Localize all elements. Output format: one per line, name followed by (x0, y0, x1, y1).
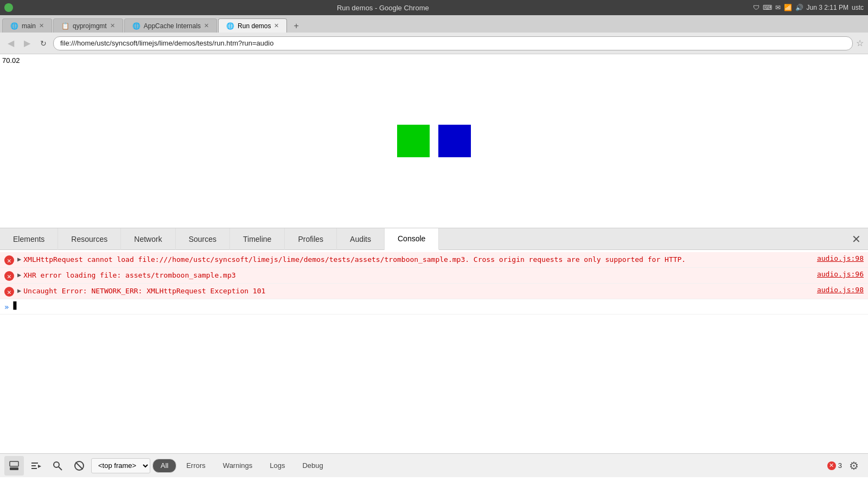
back-button[interactable]: ◀ (4, 37, 17, 50)
tab-bar: 🌐 main ✕ 📋 qyprojmgmt ✕ 🌐 AppCache Inter… (0, 15, 868, 33)
error-badge-icon: ✕ (827, 461, 836, 470)
tab-label-appcache: AppCache Internals (144, 22, 201, 30)
tray-keyboard-icon: ⌨ (763, 4, 772, 11)
search-button[interactable] (48, 456, 67, 476)
system-tray: 🛡 ⌨ ✉ 📶 🔊 Jun 3 2:11 PM ustc (753, 4, 864, 11)
forward-button[interactable]: ▶ (21, 37, 34, 50)
filter-warnings-button[interactable]: Warnings (215, 459, 260, 473)
tab-favicon-appcache: 🌐 (132, 22, 141, 30)
console-entry-3: ✕ ▶ Uncaught Error: NETWORK_ERR: XMLHttp… (0, 284, 868, 299)
console-entry-2: ✕ ▶ XHR error loading file: assets/tromb… (0, 268, 868, 284)
tab-close-appcache[interactable]: ✕ (204, 22, 209, 29)
dock-button[interactable] (4, 456, 24, 476)
svg-rect-4 (31, 468, 37, 469)
tab-favicon-qy: 📋 (61, 22, 69, 30)
svg-line-9 (76, 462, 83, 469)
svg-rect-1 (10, 461, 18, 466)
execute-icon (30, 460, 41, 471)
error-count: 3 (838, 461, 842, 470)
expand-triangle-3[interactable]: ▶ (17, 287, 21, 294)
tray-network-icon: 🛡 (753, 4, 760, 11)
console-text-1: XMLHttpRequest cannot load file:///home/… (23, 254, 806, 265)
file-ref-2[interactable]: audio.js:96 (806, 270, 864, 278)
devtools-panel: Elements Resources Network Sources Timel… (0, 228, 868, 477)
tab-rundemos[interactable]: 🌐 Run demos ✕ (218, 18, 287, 33)
tab-close-qy[interactable]: ✕ (110, 22, 115, 29)
devtools-tab-console[interactable]: Console (385, 228, 439, 250)
page-content: 70.02 (0, 54, 868, 228)
bookmark-star-icon[interactable]: ☆ (856, 38, 864, 48)
block-icon (74, 460, 85, 471)
blue-rectangle (438, 125, 471, 157)
console-text-2: XHR error loading file: assets/tromboon_… (23, 270, 806, 281)
devtools-close-button[interactable]: ✕ (848, 232, 864, 247)
tray-user: ustc (852, 4, 864, 11)
settings-button[interactable]: ⚙ (844, 456, 864, 476)
svg-rect-2 (31, 463, 38, 464)
tab-label-rundemos: Run demos (238, 22, 271, 30)
svg-rect-3 (31, 465, 36, 466)
error-count-badge: ✕ 3 (827, 461, 842, 470)
title-bar: Run demos - Google Chrome 🛡 ⌨ ✉ 📶 🔊 Jun … (0, 0, 868, 15)
expand-triangle-2[interactable]: ▶ (17, 271, 21, 279)
devtools-tab-resources[interactable]: Resources (58, 228, 121, 250)
green-rectangle (397, 125, 430, 157)
devtools-tab-audits[interactable]: Audits (337, 228, 385, 250)
devtools-tab-sources[interactable]: Sources (176, 228, 230, 250)
block-button[interactable] (69, 456, 89, 476)
dock-icon (9, 460, 20, 471)
error-icon-3: ✕ (4, 287, 14, 297)
tab-appcache[interactable]: 🌐 AppCache Internals ✕ (124, 18, 217, 33)
console-prompt-icon: » (4, 303, 9, 311)
tab-qyprojmgmt[interactable]: 📋 qyprojmgmt ✕ (53, 18, 123, 33)
console-content: ✕ ▶ XMLHttpRequest cannot load file:///h… (0, 250, 868, 453)
filter-debug-button[interactable]: Debug (295, 459, 330, 473)
frame-selector[interactable]: <top frame> (91, 458, 150, 473)
tab-favicon-main: 🌐 (10, 22, 18, 30)
console-entry-1: ✕ ▶ XMLHttpRequest cannot load file:///h… (0, 252, 868, 268)
tray-volume-icon: 🔊 (795, 4, 803, 11)
console-input-line[interactable]: » ▊ (0, 299, 868, 314)
devtools-tab-bar: Elements Resources Network Sources Timel… (0, 228, 868, 250)
devtools-tab-network[interactable]: Network (121, 228, 175, 250)
filter-all-button[interactable]: All (152, 459, 176, 473)
file-ref-1[interactable]: audio.js:98 (806, 254, 864, 262)
canvas-area (397, 125, 471, 157)
execute-button[interactable] (26, 456, 46, 476)
tab-close-rundemos[interactable]: ✕ (274, 22, 279, 29)
expand-triangle-1[interactable]: ▶ (17, 255, 21, 263)
devtools-tab-timeline[interactable]: Timeline (230, 228, 285, 250)
devtools-tab-elements[interactable]: Elements (0, 228, 58, 250)
svg-line-7 (59, 467, 62, 470)
devtools-bottom-bar: <top frame> All Errors Warnings Logs Deb… (0, 453, 868, 477)
chrome-icon (4, 3, 13, 12)
tray-wifi-icon: 📶 (784, 4, 792, 11)
error-icon-1: ✕ (4, 255, 14, 265)
file-ref-3[interactable]: audio.js:98 (806, 286, 864, 294)
new-tab-button[interactable]: + (288, 20, 304, 33)
svg-rect-0 (10, 467, 18, 470)
filter-errors-button[interactable]: Errors (178, 459, 213, 473)
devtools-tab-profiles[interactable]: Profiles (285, 228, 337, 250)
tab-main[interactable]: 🌐 main ✕ (2, 18, 52, 33)
svg-point-6 (54, 462, 59, 467)
address-bar: ◀ ▶ ↻ ☆ (0, 33, 868, 54)
tab-label-qy: qyprojmgmt (73, 22, 107, 30)
tray-email-icon: ✉ (775, 4, 781, 11)
refresh-button[interactable]: ↻ (37, 37, 50, 50)
window-title: Run demos - Google Chrome (17, 4, 749, 12)
url-input[interactable] (53, 36, 853, 50)
filter-logs-button[interactable]: Logs (262, 459, 292, 473)
tab-label-main: main (22, 22, 36, 30)
search-icon (52, 460, 63, 471)
fps-counter: 70.02 (2, 56, 20, 65)
error-icon-2: ✕ (4, 271, 14, 281)
tab-favicon-rundemos: 🌐 (226, 22, 234, 30)
tab-close-main[interactable]: ✕ (39, 22, 44, 29)
console-input-cursor: ▊ (13, 301, 17, 310)
tray-datetime: Jun 3 2:11 PM (807, 4, 848, 11)
svg-marker-5 (38, 465, 41, 468)
console-text-3: Uncaught Error: NETWORK_ERR: XMLHttpRequ… (23, 286, 806, 297)
